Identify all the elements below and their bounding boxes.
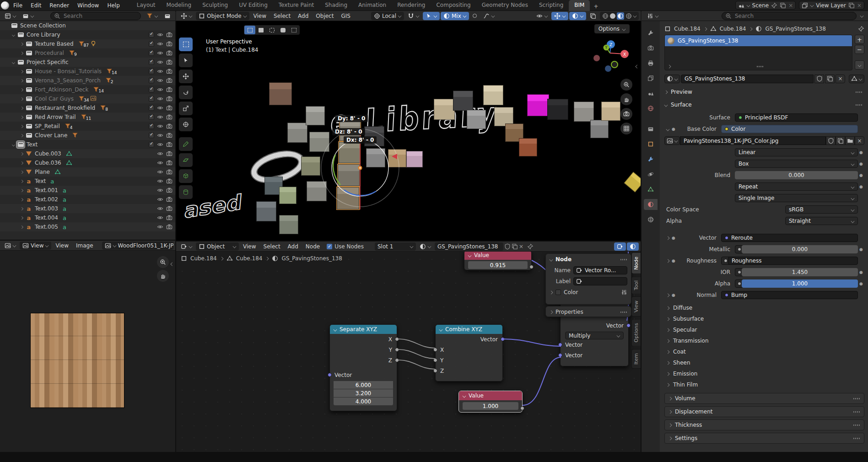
workspace-tab[interactable]: Geometry Nodes bbox=[476, 0, 534, 11]
select-box-button[interactable] bbox=[255, 26, 266, 34]
socket-in[interactable] bbox=[433, 348, 437, 352]
render-camera-icon[interactable] bbox=[166, 123, 173, 129]
outliner-row[interactable]: a Scene Collection a bbox=[0, 21, 175, 30]
scene-cube[interactable] bbox=[467, 110, 486, 129]
socket-value-out[interactable] bbox=[529, 265, 534, 269]
outliner-row[interactable]: a Text.004 a bbox=[0, 213, 175, 222]
node-input[interactable]: Z bbox=[436, 365, 502, 376]
view-mode-dropdown[interactable]: View bbox=[20, 242, 51, 250]
preview-panel-header[interactable]: Preview bbox=[664, 87, 864, 97]
render-camera-icon[interactable] bbox=[166, 68, 173, 75]
tab-modifiers[interactable] bbox=[644, 154, 658, 165]
render-camera-icon[interactable] bbox=[166, 196, 173, 203]
editor-type-button[interactable] bbox=[644, 12, 661, 20]
tool-rotate[interactable] bbox=[179, 86, 193, 99]
render-camera-icon[interactable] bbox=[166, 32, 173, 38]
expander-icon[interactable] bbox=[18, 97, 25, 101]
workspace-tab[interactable]: Texture Paint bbox=[273, 0, 319, 11]
browse-material-button[interactable] bbox=[664, 75, 680, 83]
fake-user-shield-icon[interactable] bbox=[504, 243, 511, 250]
expander-icon[interactable] bbox=[18, 180, 25, 183]
interpolation-dropdown[interactable]: Linear bbox=[735, 148, 858, 156]
zoom-button[interactable] bbox=[620, 79, 632, 91]
copy-button[interactable] bbox=[825, 75, 835, 83]
scene-cube[interactable] bbox=[434, 99, 455, 120]
tab-physics[interactable] bbox=[644, 169, 658, 180]
collapsed-panel[interactable]: Volume bbox=[664, 393, 864, 404]
unlink-button[interactable]: × bbox=[519, 243, 523, 250]
expander-icon[interactable] bbox=[18, 116, 25, 119]
menu-item[interactable]: Help bbox=[103, 2, 124, 9]
node-name-field[interactable]: Vector Ro... bbox=[573, 266, 627, 274]
workspace-tab[interactable]: Sculpting bbox=[197, 0, 233, 11]
tab-output[interactable] bbox=[644, 58, 658, 69]
outliner-row[interactable]: a Cube.036 a bbox=[0, 158, 175, 167]
menu-view[interactable]: View bbox=[240, 243, 259, 250]
select-extend-button[interactable] bbox=[288, 26, 299, 34]
app-logo-icon[interactable] bbox=[1, 1, 9, 10]
panel-expander-icon[interactable] bbox=[550, 258, 553, 261]
value-node-top[interactable]: Value 0.915 bbox=[464, 250, 532, 270]
hide-eye-icon[interactable] bbox=[157, 105, 163, 111]
exclude-checkbox[interactable] bbox=[149, 142, 154, 147]
hide-eye-icon[interactable] bbox=[157, 77, 163, 84]
unlink-button[interactable]: × bbox=[836, 75, 845, 83]
filter-button[interactable] bbox=[144, 12, 161, 20]
material-slot-list[interactable]: GS_PavingStones_138 bbox=[664, 35, 852, 70]
chevron-right-icon[interactable] bbox=[550, 290, 553, 294]
expander-icon[interactable] bbox=[18, 226, 25, 229]
exclude-checkbox[interactable] bbox=[149, 105, 154, 111]
render-camera-icon[interactable] bbox=[166, 187, 173, 193]
node-input[interactable]: Y bbox=[436, 355, 502, 365]
menu-view[interactable]: View bbox=[250, 13, 270, 19]
exclude-checkbox[interactable] bbox=[149, 32, 154, 38]
outliner-row[interactable]: a Project Specific a bbox=[0, 58, 175, 67]
material-browse-button[interactable] bbox=[417, 242, 434, 251]
tool-transform[interactable] bbox=[179, 118, 193, 131]
hide-eye-icon[interactable] bbox=[157, 86, 163, 93]
normal-input[interactable]: Bump bbox=[721, 291, 858, 299]
outliner-row[interactable]: a Core Library a bbox=[0, 30, 175, 39]
expander-icon[interactable] bbox=[18, 88, 25, 91]
hide-eye-icon[interactable] bbox=[157, 215, 163, 221]
scene-cube[interactable] bbox=[519, 138, 537, 156]
material-name-field[interactable]: GS_PavingStones_138 bbox=[681, 75, 814, 83]
collapsed-panel[interactable]: Thickness bbox=[664, 419, 864, 430]
sidebar-tab[interactable]: Item bbox=[631, 349, 641, 369]
expander-icon[interactable] bbox=[18, 207, 25, 210]
workspace-tab[interactable]: Shading bbox=[319, 0, 353, 11]
workspace-tab[interactable]: Compositing bbox=[431, 0, 476, 11]
menu-item[interactable]: File bbox=[9, 2, 27, 9]
collapsed-panel[interactable]: Displacement bbox=[664, 406, 864, 417]
outliner-row[interactable]: a Text.002 a bbox=[0, 195, 175, 204]
expander-icon[interactable] bbox=[10, 33, 16, 37]
expander-icon[interactable] bbox=[666, 236, 669, 240]
material-name-field[interactable]: GS_PavingStones_138 bbox=[435, 242, 503, 251]
outliner-row[interactable]: a Verona_3_Season_Porch a 2 bbox=[0, 76, 175, 85]
exclude-checkbox[interactable] bbox=[149, 124, 154, 129]
hide-eye-icon[interactable] bbox=[157, 169, 163, 175]
operation-dropdown[interactable]: Multiply bbox=[565, 332, 624, 339]
node-input-vector[interactable]: Vector bbox=[330, 370, 397, 380]
node-label-field[interactable] bbox=[573, 277, 627, 285]
scene-cube[interactable] bbox=[483, 85, 503, 105]
gizmos-dropdown[interactable] bbox=[551, 12, 568, 20]
hide-eye-icon[interactable] bbox=[157, 96, 163, 102]
viewport-3d[interactable]: Object Mode View Select Add Object GIS L… bbox=[176, 11, 641, 241]
shading-solid-button[interactable] bbox=[610, 13, 615, 19]
hide-eye-icon[interactable] bbox=[157, 160, 163, 166]
socket-vector-out[interactable] bbox=[626, 323, 631, 328]
scene-cube[interactable] bbox=[453, 91, 473, 111]
view-layer-selector[interactable]: View Layer × bbox=[799, 1, 864, 10]
node-output-vector[interactable]: Vector bbox=[436, 334, 502, 344]
surface-panel-header[interactable]: Surface bbox=[664, 100, 864, 110]
tab-render[interactable] bbox=[644, 43, 658, 54]
vector-input[interactable]: Reroute bbox=[721, 234, 858, 242]
collapsed-subpanel[interactable]: Emission bbox=[664, 368, 864, 379]
menu-add[interactable]: Add bbox=[295, 13, 312, 19]
image-name-field[interactable]: PavingStones138_1K-JPG_Color.jpg bbox=[680, 136, 826, 145]
shader-editor[interactable]: Object View Select Add Node ✓ Use Nodes … bbox=[176, 242, 641, 452]
node-output-vector[interactable]: Vector bbox=[561, 320, 628, 331]
copy-icon[interactable] bbox=[512, 243, 518, 250]
scene-cube[interactable] bbox=[279, 187, 297, 204]
